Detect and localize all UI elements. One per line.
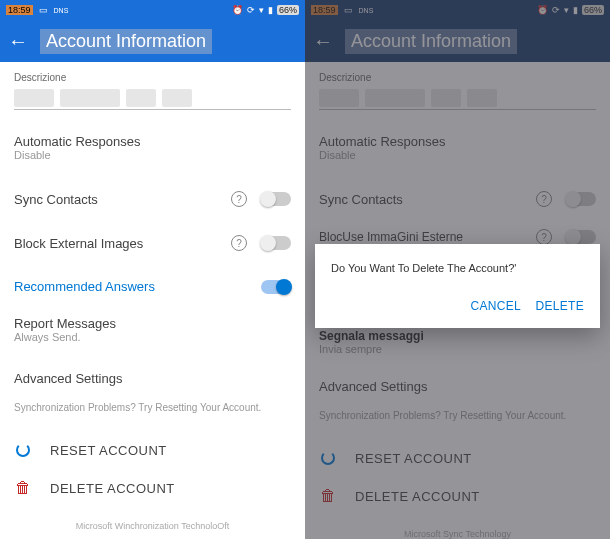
block-images-label: BlocUse ImmaGini Esterne: [319, 230, 463, 244]
sync-problem-text: Synchronization Problems? Try Resetting …: [14, 402, 291, 413]
automatic-responses-row[interactable]: Automatic Responses Disable: [14, 128, 291, 177]
sync-icon: ⟳: [247, 5, 255, 15]
signal-icon: ▮: [573, 5, 578, 15]
wifi-icon: ▾: [564, 5, 569, 15]
status-bar: 18:59 ▭ DNS ⏰ ⟳ ▾ ▮ 66%: [305, 0, 610, 20]
reset-icon: [14, 441, 32, 459]
footer-text: Microsoft Winchronization TechnoloOft: [14, 521, 291, 531]
alarm-icon: ⏰: [537, 5, 548, 15]
nav-icon: ▭: [39, 5, 48, 15]
report-messages-row[interactable]: Report Messages Always Send.: [14, 308, 291, 351]
reset-icon: [319, 449, 337, 467]
automatic-responses-label: Automatic Responses: [14, 134, 291, 149]
recommended-answers-label: Recommended Answers: [14, 279, 261, 294]
nav-icon: ▭: [344, 5, 353, 15]
block-images-row: Block External Images ?: [14, 221, 291, 265]
report-messages-sub: Invia sempre: [319, 343, 596, 355]
recommended-answers-row: Recommended Answers: [14, 265, 291, 308]
sync-contacts-row: Sync Contacts ?: [14, 177, 291, 221]
right-screenshot: 18:59 ▭ DNS ⏰ ⟳ ▾ ▮ 66% ← Account Inform…: [305, 0, 610, 539]
status-bar: 18:59 ▭ DNS ⏰ ⟳ ▾ ▮ 66%: [0, 0, 305, 20]
help-icon[interactable]: ?: [536, 229, 552, 245]
block-images-toggle[interactable]: [566, 230, 596, 244]
delete-account-button[interactable]: 🗑 DELETE ACCOUNT: [319, 477, 596, 515]
status-text: DNS: [359, 7, 374, 14]
app-bar: ← Account Information: [0, 20, 305, 62]
status-time: 18:59: [311, 5, 338, 15]
reset-account-label: RESET ACCOUNT: [50, 443, 167, 458]
description-label: Descrizione: [319, 72, 596, 83]
battery-level: 66%: [582, 5, 604, 15]
description-label: Descrizione: [14, 72, 291, 83]
wifi-icon: ▾: [259, 5, 264, 15]
block-images-toggle[interactable]: [261, 236, 291, 250]
report-messages-sub: Always Send.: [14, 331, 291, 343]
trash-icon: 🗑: [319, 487, 337, 505]
sync-contacts-row: Sync Contacts ?: [319, 177, 596, 221]
automatic-responses-label: Automatic Responses: [319, 134, 596, 149]
sync-problem-text: Synchronization Problems? Try Resetting …: [319, 410, 596, 421]
cancel-button[interactable]: CANCEL: [471, 299, 521, 313]
block-images-label: Block External Images: [14, 236, 231, 251]
footer-text: Microsoft Sync Technology: [319, 529, 596, 539]
delete-account-button[interactable]: 🗑 DELETE ACCOUNT: [14, 469, 291, 507]
help-icon[interactable]: ?: [231, 235, 247, 251]
confirm-delete-button[interactable]: DELETE: [536, 299, 584, 313]
description-value-redacted: [319, 89, 596, 107]
recommended-answers-toggle[interactable]: [261, 280, 291, 294]
signal-icon: ▮: [268, 5, 273, 15]
page-title: Account Information: [40, 29, 212, 54]
back-arrow-icon[interactable]: ←: [313, 31, 333, 51]
report-messages-label: Report Messages: [14, 316, 291, 331]
trash-icon: 🗑: [14, 479, 32, 497]
reset-account-button[interactable]: RESET ACCOUNT: [319, 439, 596, 477]
reset-account-label: RESET ACCOUNT: [355, 451, 472, 466]
page-title: Account Information: [345, 29, 517, 54]
advanced-settings-link[interactable]: Advanced Settings: [319, 379, 596, 394]
automatic-responses-value: Disable: [14, 149, 291, 161]
alarm-icon: ⏰: [232, 5, 243, 15]
report-messages-row[interactable]: Segnala messaggi Invia sempre: [319, 325, 596, 359]
sync-contacts-toggle[interactable]: [566, 192, 596, 206]
sync-icon: ⟳: [552, 5, 560, 15]
sync-contacts-label: Sync Contacts: [14, 192, 231, 207]
left-screenshot: 18:59 ▭ DNS ⏰ ⟳ ▾ ▮ 66% ← Account Inform…: [0, 0, 305, 539]
sync-contacts-toggle[interactable]: [261, 192, 291, 206]
delete-account-label: DELETE ACCOUNT: [50, 481, 175, 496]
reset-account-button[interactable]: RESET ACCOUNT: [14, 431, 291, 469]
advanced-settings-link[interactable]: Advanced Settings: [14, 371, 291, 386]
automatic-responses-value: Disable: [319, 149, 596, 161]
app-bar: ← Account Information: [305, 20, 610, 62]
back-arrow-icon[interactable]: ←: [8, 31, 28, 51]
sync-contacts-label: Sync Contacts: [319, 192, 536, 207]
dialog-message: Do You Want To Delete The Account?': [331, 262, 584, 274]
automatic-responses-row[interactable]: Automatic Responses Disable: [319, 128, 596, 177]
help-icon[interactable]: ?: [536, 191, 552, 207]
status-text: DNS: [54, 7, 69, 14]
delete-confirm-dialog: Do You Want To Delete The Account?' CANC…: [315, 244, 600, 328]
report-messages-label: Segnala messaggi: [319, 329, 596, 343]
help-icon[interactable]: ?: [231, 191, 247, 207]
battery-level: 66%: [277, 5, 299, 15]
status-time: 18:59: [6, 5, 33, 15]
delete-account-label: DELETE ACCOUNT: [355, 489, 480, 504]
description-value-redacted: [14, 89, 291, 107]
